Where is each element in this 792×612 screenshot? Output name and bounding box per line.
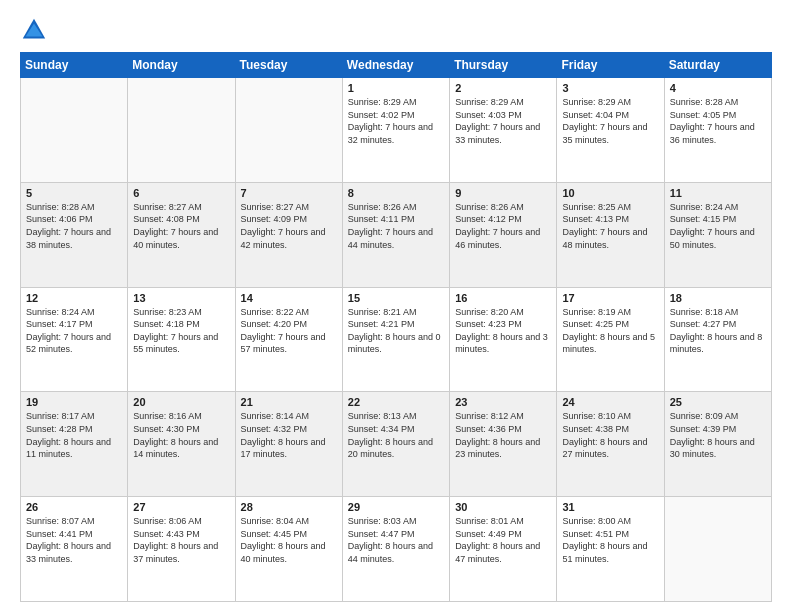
- cell-info: Sunrise: 8:26 AMSunset: 4:12 PMDaylight:…: [455, 201, 551, 251]
- cell-info: Sunrise: 8:13 AMSunset: 4:34 PMDaylight:…: [348, 410, 444, 460]
- day-number: 28: [241, 501, 337, 513]
- calendar-week-row-5: 26Sunrise: 8:07 AMSunset: 4:41 PMDayligh…: [21, 497, 772, 602]
- calendar-cell: 16Sunrise: 8:20 AMSunset: 4:23 PMDayligh…: [450, 287, 557, 392]
- calendar-header-row: SundayMondayTuesdayWednesdayThursdayFrid…: [21, 53, 772, 78]
- calendar-cell: 1Sunrise: 8:29 AMSunset: 4:02 PMDaylight…: [342, 78, 449, 183]
- day-number: 16: [455, 292, 551, 304]
- day-number: 12: [26, 292, 122, 304]
- cell-info: Sunrise: 8:27 AMSunset: 4:08 PMDaylight:…: [133, 201, 229, 251]
- day-number: 9: [455, 187, 551, 199]
- col-header-wednesday: Wednesday: [342, 53, 449, 78]
- cell-info: Sunrise: 8:22 AMSunset: 4:20 PMDaylight:…: [241, 306, 337, 356]
- day-number: 29: [348, 501, 444, 513]
- calendar-cell: 15Sunrise: 8:21 AMSunset: 4:21 PMDayligh…: [342, 287, 449, 392]
- day-number: 20: [133, 396, 229, 408]
- page: SundayMondayTuesdayWednesdayThursdayFrid…: [0, 0, 792, 612]
- calendar-cell: 21Sunrise: 8:14 AMSunset: 4:32 PMDayligh…: [235, 392, 342, 497]
- cell-info: Sunrise: 8:26 AMSunset: 4:11 PMDaylight:…: [348, 201, 444, 251]
- day-number: 21: [241, 396, 337, 408]
- logo-icon: [20, 16, 48, 44]
- calendar-cell: [128, 78, 235, 183]
- calendar-cell: 2Sunrise: 8:29 AMSunset: 4:03 PMDaylight…: [450, 78, 557, 183]
- col-header-saturday: Saturday: [664, 53, 771, 78]
- calendar-week-row-3: 12Sunrise: 8:24 AMSunset: 4:17 PMDayligh…: [21, 287, 772, 392]
- cell-info: Sunrise: 8:29 AMSunset: 4:02 PMDaylight:…: [348, 96, 444, 146]
- day-number: 13: [133, 292, 229, 304]
- calendar-cell: 28Sunrise: 8:04 AMSunset: 4:45 PMDayligh…: [235, 497, 342, 602]
- cell-info: Sunrise: 8:01 AMSunset: 4:49 PMDaylight:…: [455, 515, 551, 565]
- calendar-week-row-4: 19Sunrise: 8:17 AMSunset: 4:28 PMDayligh…: [21, 392, 772, 497]
- calendar-cell: [21, 78, 128, 183]
- calendar-cell: 13Sunrise: 8:23 AMSunset: 4:18 PMDayligh…: [128, 287, 235, 392]
- day-number: 15: [348, 292, 444, 304]
- calendar-cell: 4Sunrise: 8:28 AMSunset: 4:05 PMDaylight…: [664, 78, 771, 183]
- col-header-thursday: Thursday: [450, 53, 557, 78]
- calendar-week-row-1: 1Sunrise: 8:29 AMSunset: 4:02 PMDaylight…: [21, 78, 772, 183]
- day-number: 6: [133, 187, 229, 199]
- day-number: 24: [562, 396, 658, 408]
- day-number: 22: [348, 396, 444, 408]
- cell-info: Sunrise: 8:09 AMSunset: 4:39 PMDaylight:…: [670, 410, 766, 460]
- calendar-cell: 17Sunrise: 8:19 AMSunset: 4:25 PMDayligh…: [557, 287, 664, 392]
- cell-info: Sunrise: 8:29 AMSunset: 4:03 PMDaylight:…: [455, 96, 551, 146]
- calendar-cell: [235, 78, 342, 183]
- calendar-cell: 6Sunrise: 8:27 AMSunset: 4:08 PMDaylight…: [128, 182, 235, 287]
- cell-info: Sunrise: 8:25 AMSunset: 4:13 PMDaylight:…: [562, 201, 658, 251]
- calendar-cell: 18Sunrise: 8:18 AMSunset: 4:27 PMDayligh…: [664, 287, 771, 392]
- cell-info: Sunrise: 8:14 AMSunset: 4:32 PMDaylight:…: [241, 410, 337, 460]
- day-number: 5: [26, 187, 122, 199]
- cell-info: Sunrise: 8:28 AMSunset: 4:05 PMDaylight:…: [670, 96, 766, 146]
- cell-info: Sunrise: 8:29 AMSunset: 4:04 PMDaylight:…: [562, 96, 658, 146]
- calendar-cell: 14Sunrise: 8:22 AMSunset: 4:20 PMDayligh…: [235, 287, 342, 392]
- calendar-cell: 7Sunrise: 8:27 AMSunset: 4:09 PMDaylight…: [235, 182, 342, 287]
- calendar-cell: 10Sunrise: 8:25 AMSunset: 4:13 PMDayligh…: [557, 182, 664, 287]
- col-header-tuesday: Tuesday: [235, 53, 342, 78]
- day-number: 30: [455, 501, 551, 513]
- cell-info: Sunrise: 8:07 AMSunset: 4:41 PMDaylight:…: [26, 515, 122, 565]
- day-number: 26: [26, 501, 122, 513]
- day-number: 14: [241, 292, 337, 304]
- calendar-cell: [664, 497, 771, 602]
- calendar-cell: 22Sunrise: 8:13 AMSunset: 4:34 PMDayligh…: [342, 392, 449, 497]
- cell-info: Sunrise: 8:21 AMSunset: 4:21 PMDaylight:…: [348, 306, 444, 356]
- day-number: 11: [670, 187, 766, 199]
- cell-info: Sunrise: 8:19 AMSunset: 4:25 PMDaylight:…: [562, 306, 658, 356]
- calendar-cell: 24Sunrise: 8:10 AMSunset: 4:38 PMDayligh…: [557, 392, 664, 497]
- day-number: 4: [670, 82, 766, 94]
- calendar-cell: 9Sunrise: 8:26 AMSunset: 4:12 PMDaylight…: [450, 182, 557, 287]
- cell-info: Sunrise: 8:28 AMSunset: 4:06 PMDaylight:…: [26, 201, 122, 251]
- calendar-cell: 19Sunrise: 8:17 AMSunset: 4:28 PMDayligh…: [21, 392, 128, 497]
- header: [20, 16, 772, 44]
- day-number: 1: [348, 82, 444, 94]
- day-number: 23: [455, 396, 551, 408]
- calendar-table: SundayMondayTuesdayWednesdayThursdayFrid…: [20, 52, 772, 602]
- calendar-cell: 23Sunrise: 8:12 AMSunset: 4:36 PMDayligh…: [450, 392, 557, 497]
- calendar-cell: 25Sunrise: 8:09 AMSunset: 4:39 PMDayligh…: [664, 392, 771, 497]
- cell-info: Sunrise: 8:03 AMSunset: 4:47 PMDaylight:…: [348, 515, 444, 565]
- day-number: 27: [133, 501, 229, 513]
- day-number: 31: [562, 501, 658, 513]
- cell-info: Sunrise: 8:17 AMSunset: 4:28 PMDaylight:…: [26, 410, 122, 460]
- cell-info: Sunrise: 8:18 AMSunset: 4:27 PMDaylight:…: [670, 306, 766, 356]
- day-number: 19: [26, 396, 122, 408]
- calendar-cell: 3Sunrise: 8:29 AMSunset: 4:04 PMDaylight…: [557, 78, 664, 183]
- calendar-cell: 27Sunrise: 8:06 AMSunset: 4:43 PMDayligh…: [128, 497, 235, 602]
- cell-info: Sunrise: 8:12 AMSunset: 4:36 PMDaylight:…: [455, 410, 551, 460]
- day-number: 2: [455, 82, 551, 94]
- cell-info: Sunrise: 8:10 AMSunset: 4:38 PMDaylight:…: [562, 410, 658, 460]
- day-number: 10: [562, 187, 658, 199]
- cell-info: Sunrise: 8:27 AMSunset: 4:09 PMDaylight:…: [241, 201, 337, 251]
- col-header-sunday: Sunday: [21, 53, 128, 78]
- cell-info: Sunrise: 8:24 AMSunset: 4:17 PMDaylight:…: [26, 306, 122, 356]
- cell-info: Sunrise: 8:16 AMSunset: 4:30 PMDaylight:…: [133, 410, 229, 460]
- calendar-cell: 31Sunrise: 8:00 AMSunset: 4:51 PMDayligh…: [557, 497, 664, 602]
- day-number: 8: [348, 187, 444, 199]
- calendar-cell: 5Sunrise: 8:28 AMSunset: 4:06 PMDaylight…: [21, 182, 128, 287]
- logo: [20, 16, 52, 44]
- day-number: 7: [241, 187, 337, 199]
- calendar-cell: 29Sunrise: 8:03 AMSunset: 4:47 PMDayligh…: [342, 497, 449, 602]
- calendar-cell: 8Sunrise: 8:26 AMSunset: 4:11 PMDaylight…: [342, 182, 449, 287]
- day-number: 17: [562, 292, 658, 304]
- cell-info: Sunrise: 8:20 AMSunset: 4:23 PMDaylight:…: [455, 306, 551, 356]
- cell-info: Sunrise: 8:24 AMSunset: 4:15 PMDaylight:…: [670, 201, 766, 251]
